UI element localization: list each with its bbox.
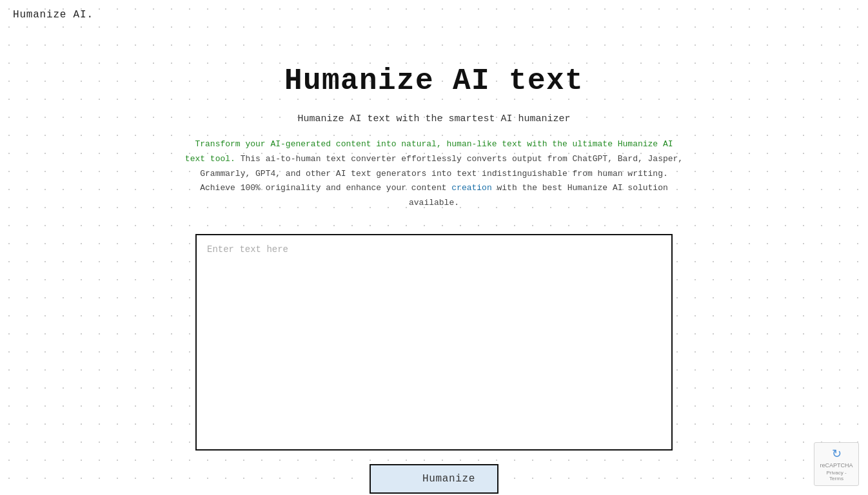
recaptcha-text: reCAPTCHA bbox=[820, 462, 853, 469]
description-text-creation: creation bbox=[451, 183, 491, 193]
recaptcha-badge: ↻ reCAPTCHA Privacy - Terms bbox=[814, 442, 859, 486]
text-input[interactable] bbox=[195, 234, 673, 451]
textarea-container bbox=[195, 234, 673, 454]
recaptcha-icon: ↻ bbox=[832, 447, 842, 461]
recaptcha-links[interactable]: Privacy - Terms bbox=[820, 470, 853, 481]
humanize-btn-container: Humanize bbox=[370, 464, 498, 494]
page-title: Humanize AI text bbox=[284, 64, 584, 98]
humanize-button[interactable]: Humanize bbox=[370, 464, 498, 494]
navbar-brand: Humanize AI. bbox=[13, 9, 94, 21]
main-content: Humanize AI text Humanize AI text with t… bbox=[0, 0, 868, 495]
page-subtitle: Humanize AI text with the smartest AI hu… bbox=[297, 113, 570, 124]
navbar: Humanize AI. bbox=[0, 0, 868, 30]
page-description: Transform your AI-generated content into… bbox=[170, 137, 698, 211]
